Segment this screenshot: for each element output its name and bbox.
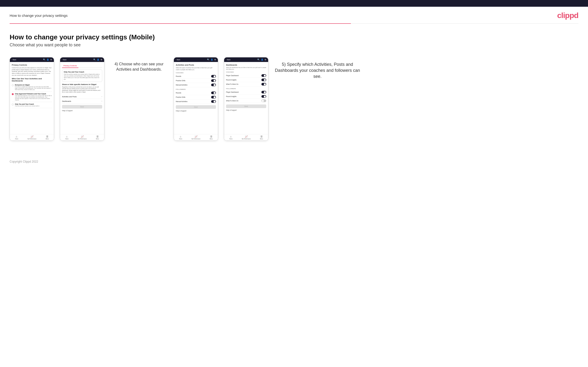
home-label-4: Home — [229, 138, 232, 140]
phone-3: ‹ Back 🔍 👤 ⚙ Activities and Posts Select… — [174, 57, 218, 141]
phone3-title: Activities and Posts — [176, 64, 216, 66]
followers-round-insights-toggle[interactable] — [261, 95, 266, 98]
phone4-nav-performance[interactable]: 📈 My Performance — [242, 135, 251, 140]
followers-practice-label: Practice Drills — [176, 96, 185, 98]
home-icon-3: ⌂ — [180, 135, 181, 138]
coaches-practice-label: Practice Drills — [176, 80, 185, 81]
dashboards-chevron-icon: › — [102, 100, 102, 102]
phone4-nav-icons: 🔍 👤 ⚙ — [257, 58, 266, 61]
phone3-nav-performance[interactable]: 📈 My Performance — [192, 135, 200, 140]
phone3-body: Activities and Posts Select the types of… — [174, 62, 218, 134]
phone2-nav-performance[interactable]: 📈 My Performance — [78, 135, 87, 140]
settings-icon-2[interactable]: ⚙ — [101, 58, 102, 61]
phone1-back-btn[interactable]: ‹ Back — [12, 59, 16, 60]
phone1-nav-performance[interactable]: 📈 My Performance — [28, 135, 36, 140]
radio-desc-3: Only you and the coaches you connect wit… — [15, 105, 39, 107]
radio-circle-1 — [12, 84, 14, 86]
followers-player-toggle[interactable] — [261, 91, 266, 93]
search-icon-3[interactable]: 🔍 — [207, 58, 209, 61]
phone4-nav-menu[interactable]: ☰ Menu — [260, 135, 263, 140]
caption-5-area: 5) Specify which Activities, Posts and D… — [274, 57, 361, 82]
header: How to change your privacy settings clip… — [0, 7, 588, 23]
search-icon-4[interactable]: 🔍 — [257, 58, 260, 61]
coaches-manual-toggle[interactable] — [211, 83, 216, 86]
phone4-followers-what-to-work: What To Work On — [226, 99, 266, 103]
back-chevron-icon-3: ‹ — [176, 59, 176, 60]
search-icon-2[interactable]: 🔍 — [93, 58, 96, 61]
profile-icon-2[interactable]: 👤 — [97, 58, 99, 61]
phone2-nav-icons: 🔍 👤 ⚙ — [93, 58, 102, 61]
radio-option-1[interactable]: Everyone on Clippd Everyone on Clippd ca… — [12, 83, 52, 92]
profile-icon[interactable]: 👤 — [47, 58, 49, 61]
phone3-followers-rounds: Rounds — [176, 91, 216, 95]
phone2-tab-row: Privacy Controls — [62, 64, 102, 68]
radio-label-1: Everyone on Clippd — [15, 84, 52, 86]
coaches-round-insights-toggle[interactable] — [261, 79, 266, 81]
phone1-nav-icons: 🔍 👤 ⚙ — [43, 58, 52, 61]
profile-icon-3[interactable]: 👤 — [211, 58, 213, 61]
phone1-body: Privacy Controls Control how you and you… — [10, 62, 54, 134]
coaches-player-toggle[interactable] — [261, 74, 266, 77]
tab-privacy-controls[interactable]: Privacy Controls — [62, 64, 78, 68]
followers-what-to-work-toggle[interactable] — [261, 100, 266, 102]
mockup-group-2: ‹ Back 🔍 👤 ⚙ Privacy Controls O — [60, 57, 104, 141]
phone4-help-support[interactable]: Help & Support — [226, 108, 266, 111]
phone3-coaches-header: COACHES — [176, 72, 216, 74]
radio-circle-2 — [12, 93, 14, 95]
settings-icon-3[interactable]: ⚙ — [214, 58, 216, 61]
phone3-followers-manual: Manual Activities — [176, 100, 216, 104]
phone4-save-btn[interactable]: Save — [226, 104, 266, 108]
performance-icon-2: 📈 — [81, 135, 84, 138]
phone3-nav-menu[interactable]: ☰ Menu — [210, 135, 213, 140]
radio-option-2[interactable]: Only Approved Followers and Your Coach O… — [12, 92, 52, 102]
phone2-nav-home[interactable]: ⌂ Home — [65, 135, 68, 140]
caption-4-area: 4) Choose who can see your Activities an… — [110, 57, 168, 74]
coaches-manual-label: Manual Activities — [176, 84, 187, 86]
coaches-rounds-toggle[interactable] — [211, 75, 216, 78]
phone2-back-btn[interactable]: ‹ Back — [62, 59, 67, 60]
phone3-save-btn[interactable]: Save — [176, 105, 216, 109]
followers-manual-toggle[interactable] — [211, 100, 216, 103]
performance-label-2: My Performance — [78, 138, 87, 140]
profile-icon-4[interactable]: 👤 — [261, 58, 263, 61]
phone3-followers-header: FOLLOWERS — [176, 89, 216, 90]
settings-icon-4[interactable]: ⚙ — [265, 58, 266, 61]
phone2-menu-dashboards[interactable]: Dashboards › — [62, 99, 102, 103]
phone4-bottom-nav: ⌂ Home 📈 My Performance ☰ Menu — [224, 134, 268, 141]
phone2-help-support[interactable]: Help & Support — [62, 108, 102, 112]
activities-chevron-icon: › — [102, 95, 102, 98]
phone3-back-btn[interactable]: ‹ Back — [176, 59, 180, 60]
phone1-nav-home[interactable]: ⌂ Home — [15, 135, 18, 140]
phone2-nav-menu[interactable]: ☰ Menu — [96, 135, 99, 140]
phone1-nav-menu[interactable]: ☰ Menu — [46, 135, 49, 140]
performance-label-4: My Performance — [242, 138, 251, 140]
phone2-menu-activities[interactable]: Activities and Posts › — [62, 94, 102, 99]
menu-label: Menu — [46, 138, 49, 140]
followers-player-label: Player Dashboard — [226, 91, 239, 93]
phone4-subtitle: Select the dashboards that you'd like to… — [226, 67, 266, 70]
header-title: How to change your privacy settings — [10, 13, 68, 17]
followers-rounds-toggle[interactable] — [211, 92, 216, 94]
settings-icon[interactable]: ⚙ — [50, 58, 52, 61]
coaches-what-to-work-toggle[interactable] — [261, 83, 266, 85]
menu-icon-4: ☰ — [260, 135, 263, 138]
followers-practice-toggle[interactable] — [211, 96, 216, 99]
phone3-coaches-rounds: Rounds — [176, 74, 216, 79]
phone3-nav-home[interactable]: ⌂ Home — [179, 135, 182, 140]
page-title: How to change your privacy settings (Mob… — [10, 33, 578, 41]
performance-icon-4: 📈 — [245, 135, 248, 138]
phone4-nav-home[interactable]: ⌂ Home — [229, 135, 232, 140]
top-bar — [0, 0, 588, 7]
mockup-group-1: ‹ Back 🔍 👤 ⚙ Privacy Controls Control ho… — [10, 57, 54, 141]
footer: Copyright Clippd 2022 — [0, 155, 588, 168]
phone4-back-label: Back — [227, 59, 230, 60]
phone3-followers-practice: Practice Drills — [176, 95, 216, 100]
home-label-2: Home — [65, 138, 68, 140]
coaches-practice-toggle[interactable] — [211, 79, 216, 82]
phone1-title: Privacy Controls — [12, 64, 52, 66]
phone4-back-btn[interactable]: ‹ Back — [226, 59, 231, 60]
search-icon[interactable]: 🔍 — [43, 58, 45, 61]
phone3-help-support[interactable]: Help & Support — [176, 109, 216, 112]
radio-option-3[interactable]: Only You and Your Coach Only you and the… — [12, 102, 52, 108]
phone2-save-btn[interactable]: Save — [62, 105, 102, 108]
